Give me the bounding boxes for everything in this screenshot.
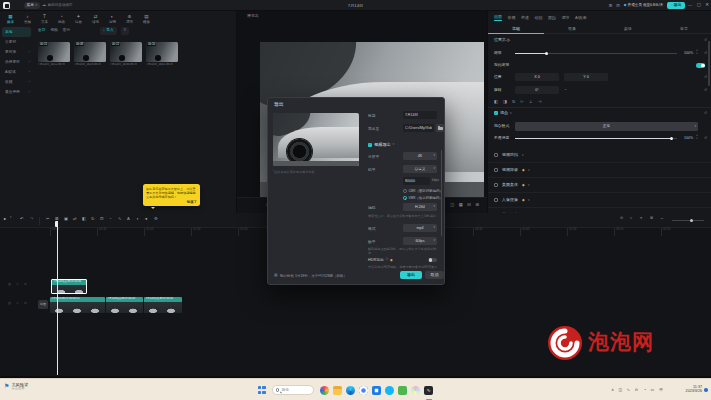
subtab-basic[interactable]: 基础 bbox=[488, 24, 544, 34]
ratio-button[interactable]: ⊟ bbox=[467, 202, 471, 207]
codec-dropdown[interactable]: H.264▾ bbox=[403, 203, 437, 211]
nav-filter[interactable]: ◐滤镜 bbox=[104, 14, 121, 24]
subtab-cutout[interactable]: 抠像 bbox=[544, 24, 600, 34]
rail-recent[interactable]: 最近使用› bbox=[0, 87, 33, 97]
denoise-button[interactable]: ∿ bbox=[118, 216, 122, 221]
reverse-button[interactable]: ⇄ bbox=[73, 216, 77, 221]
taskbar-search[interactable]: 搜索 bbox=[272, 385, 314, 395]
reset-transform-button[interactable]: ↺ bbox=[704, 38, 707, 43]
close-button[interactable]: ✕ bbox=[705, 2, 709, 7]
redo-button[interactable]: ↷ bbox=[30, 216, 34, 221]
snap-toggle-icon[interactable]: ⊙ bbox=[620, 216, 623, 221]
battery-tray-icon[interactable]: ▭ bbox=[650, 388, 654, 393]
resolution-dropdown[interactable]: 4K▾ bbox=[403, 152, 437, 160]
import-button[interactable]: ↓ 导入 bbox=[100, 27, 117, 35]
inspector-scrollbar[interactable] bbox=[708, 41, 710, 86]
fullscreen-button[interactable]: ⊞ bbox=[475, 202, 479, 207]
media-card[interactable]: 00:08 7月14日_0028.MOV bbox=[74, 42, 106, 67]
start-button[interactable] bbox=[258, 386, 266, 394]
title-input[interactable] bbox=[403, 111, 437, 119]
nav-transition[interactable]: ⇄转场 bbox=[87, 14, 104, 24]
beauty-checkbox[interactable] bbox=[494, 183, 498, 187]
tab-image[interactable]: 图片 bbox=[63, 28, 70, 32]
beauty-row[interactable]: 美颜美体 ◆ ▾ bbox=[488, 178, 711, 193]
fps-dropdown[interactable]: 60fps▾ bbox=[403, 237, 437, 245]
maximize-button[interactable]: ▢ bbox=[697, 2, 701, 7]
crop-button[interactable]: ⊡ bbox=[100, 216, 104, 221]
rail-local[interactable]: 本地 bbox=[2, 27, 31, 37]
playhead-handle[interactable] bbox=[55, 221, 58, 227]
copilot-icon[interactable] bbox=[320, 386, 329, 395]
align-right-icon[interactable]: ⊣ bbox=[538, 99, 542, 104]
chevron-down-icon[interactable]: ▾ bbox=[10, 216, 12, 220]
weather-widget[interactable]: ⚑ 大风预警 点击查看 bbox=[4, 382, 28, 391]
mask-button[interactable]: ◖ bbox=[136, 216, 139, 221]
taskbar-clock[interactable]: 11:37 2023/3/26 bbox=[686, 385, 702, 394]
blend-checkbox[interactable]: ✓ bbox=[494, 111, 498, 115]
tab-ai-effects[interactable]: AI效果 bbox=[575, 16, 587, 21]
vbr-radio[interactable] bbox=[403, 196, 407, 200]
nav-effects[interactable]: ✦特效 bbox=[70, 14, 87, 24]
rail-cloud[interactable]: 云素材 bbox=[0, 37, 33, 47]
media-card[interactable]: 00:15 7月14日_0012.MOV bbox=[38, 42, 70, 67]
reset-position-button[interactable]: ↺ bbox=[704, 75, 707, 80]
edge-icon[interactable] bbox=[346, 386, 355, 395]
rail-library[interactable]: 素材库› bbox=[0, 47, 33, 57]
tab-picture[interactable]: 画面 bbox=[494, 15, 502, 22]
tab-animation[interactable]: 动画 bbox=[535, 16, 543, 21]
reset-scale-button[interactable]: ↺ bbox=[704, 51, 707, 56]
auto-caption-button[interactable]: A bbox=[127, 216, 130, 221]
nav-audio[interactable]: ♪音频 bbox=[19, 14, 36, 24]
mute-track-icon[interactable]: ♫ bbox=[16, 282, 19, 286]
tab-tracking[interactable]: 跟踪 bbox=[548, 16, 556, 21]
timeline-zoom-slider[interactable] bbox=[672, 220, 704, 221]
tab-adjust[interactable]: 调节 bbox=[562, 16, 570, 21]
browse-folder-button[interactable] bbox=[436, 124, 444, 132]
nav-media[interactable]: ▦媒体 bbox=[2, 14, 19, 24]
notification-badge[interactable] bbox=[704, 388, 708, 392]
fit-timeline-icon[interactable]: ↔ bbox=[660, 216, 664, 221]
rotate-90-icon[interactable]: ↻ bbox=[512, 99, 516, 104]
lock-track-icon[interactable]: ⊝ bbox=[24, 301, 27, 305]
uniform-scale-toggle[interactable] bbox=[696, 63, 705, 68]
dialog-cancel-button[interactable]: 取消 bbox=[425, 271, 444, 279]
media-card[interactable]: 00:12 7月14日_0036.MOV bbox=[110, 42, 142, 67]
cover-button[interactable]: 封面 bbox=[38, 300, 48, 309]
nav-template[interactable]: ▤模板 bbox=[138, 14, 155, 24]
ime-indicator[interactable]: 中 bbox=[659, 388, 663, 393]
member-badge[interactable]: ◆ 开通会员 低至0.8元/天 bbox=[624, 3, 664, 7]
microsoft-store-icon[interactable] bbox=[372, 386, 381, 395]
display-tray-icon[interactable]: ◫ bbox=[618, 388, 622, 393]
rail-favorites[interactable]: 收藏› bbox=[0, 77, 33, 87]
cbr-radio-row[interactable]: CBR（固定码率编码） bbox=[403, 189, 443, 193]
speed-button[interactable]: ◔ bbox=[109, 216, 112, 221]
vbr-radio-row[interactable]: VBR（动态码率编码） bbox=[403, 196, 443, 200]
dialog-scrollbar[interactable] bbox=[441, 150, 443, 236]
video-export-checkbox[interactable]: ✓ bbox=[368, 143, 372, 147]
dialog-export-button[interactable]: 导出 bbox=[400, 271, 422, 279]
subtab-mask[interactable]: 蒙版 bbox=[600, 24, 656, 34]
rail-ai-media[interactable]: AI媒体› bbox=[0, 67, 33, 77]
tab-audio[interactable]: 音频 bbox=[508, 16, 516, 21]
timeline-zoom-knob[interactable] bbox=[690, 219, 693, 222]
sort-button[interactable]: ≡ bbox=[121, 27, 129, 35]
bitrate-dropdown[interactable]: 自定义▾ bbox=[403, 165, 437, 173]
hdr-toggle[interactable] bbox=[428, 258, 437, 263]
jianying-taskbar-icon[interactable]: ∿ bbox=[424, 386, 433, 395]
network-tray-icon[interactable]: ⊙ bbox=[635, 388, 638, 393]
portrait-cutout-checkbox[interactable] bbox=[494, 198, 498, 202]
nav-text[interactable]: T文本 bbox=[36, 14, 53, 24]
blend-mode-dropdown[interactable]: 正常▾ bbox=[515, 122, 698, 131]
stabilize-checkbox[interactable] bbox=[494, 153, 498, 157]
mute-track-icon[interactable]: ♫ bbox=[16, 301, 19, 305]
select-tool-button[interactable]: ▸ bbox=[4, 216, 6, 221]
lock-track-icon[interactable]: ⊝ bbox=[24, 282, 27, 286]
qq-icon[interactable] bbox=[385, 386, 394, 395]
align-left-icon[interactable]: ⊢ bbox=[520, 99, 524, 104]
main-track-clip[interactable]: 7月14日.MOV 00:00:15 bbox=[50, 297, 105, 313]
opacity-slider-knob[interactable] bbox=[670, 137, 673, 140]
got-it-button[interactable]: 知道了 bbox=[146, 200, 197, 204]
hide-track-icon[interactable]: ◎ bbox=[8, 282, 11, 286]
tab-speed[interactable]: 变速 bbox=[521, 16, 529, 21]
tab-video[interactable]: 视频 bbox=[50, 28, 57, 32]
